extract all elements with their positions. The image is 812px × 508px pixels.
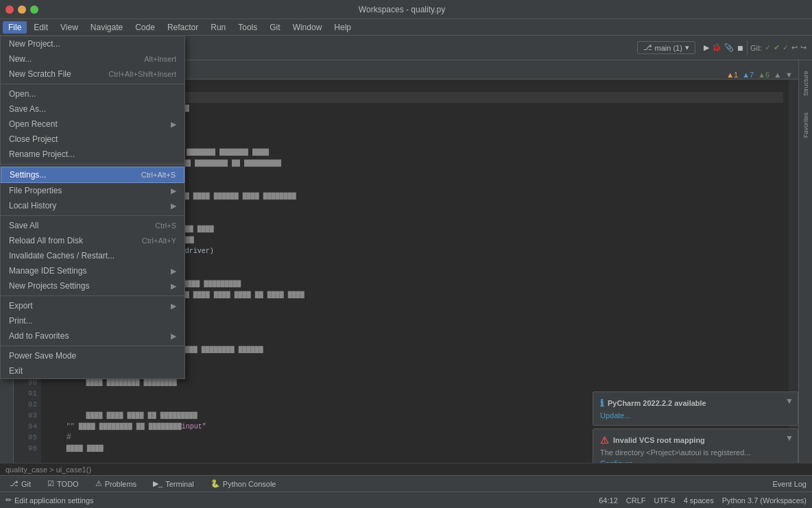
- event-log-label: Event Log: [772, 480, 807, 488]
- attach-icon: 📎: [724, 43, 734, 52]
- notif-vcs-text: The directory <Project>\autoui is regist…: [600, 448, 791, 457]
- problems-tab[interactable]: ⚠ Problems: [91, 476, 141, 492]
- git-label: Git:: [750, 44, 762, 52]
- git-check3: ✓: [783, 43, 789, 52]
- scroll-down-icon[interactable]: ▼: [785, 71, 793, 79]
- menu-new-project[interactable]: New Project...: [1, 36, 184, 51]
- git-icon: ⎇: [10, 479, 19, 488]
- git-undo: ↩: [791, 43, 798, 52]
- terminal-icon: ▶_: [153, 479, 163, 488]
- menu-power-save[interactable]: Power Save Mode: [1, 348, 184, 363]
- edit-settings-status[interactable]: ✏ Edit application settings: [5, 496, 94, 505]
- notif-pycharm-title: ℹ PyCharm 2022.2.2 available: [600, 398, 791, 409]
- menu-code[interactable]: Code: [130, 21, 160, 34]
- notifications-panel: ℹ PyCharm 2022.2.2 available Update... ▼…: [593, 391, 798, 474]
- close-notification-btn[interactable]: ▼: [785, 396, 793, 406]
- update-link[interactable]: Update...: [600, 411, 631, 420]
- separator-4: [1, 295, 184, 296]
- debug-run-icon: 🐞: [712, 43, 721, 52]
- run-icon: ▶: [704, 43, 709, 52]
- menu-add-to-favorites[interactable]: Add to Favorites ▶: [1, 328, 184, 343]
- menu-open[interactable]: Open...: [1, 86, 184, 101]
- menu-manage-ide[interactable]: Manage IDE Settings ▶: [1, 263, 184, 278]
- encoding[interactable]: UTF-8: [654, 496, 676, 505]
- git-tab[interactable]: ⎇ Git: [5, 476, 35, 492]
- title-bar: Workspaces - quality.py: [0, 0, 812, 19]
- menu-navigate[interactable]: Navigate: [85, 21, 128, 34]
- separator-3: [1, 215, 184, 216]
- python-icon: 🐍: [211, 479, 220, 488]
- sidebar-item-favorites[interactable]: Favorites: [800, 104, 812, 145]
- file-menu-dropdown: New Project... New... Alt+Insert New Scr…: [0, 36, 185, 379]
- menu-print[interactable]: Print...: [1, 313, 184, 328]
- separator-5: [1, 346, 184, 346]
- separator-1: [1, 84, 184, 84]
- stop-icon: ⏹: [737, 44, 744, 52]
- todo-tab[interactable]: ☑ TODO: [43, 476, 83, 492]
- close-vcs-notification-btn[interactable]: ▼: [785, 433, 793, 443]
- menu-local-history[interactable]: Local History ▶: [1, 198, 184, 213]
- menu-bar: File Edit View Navigate Code Refactor Ru…: [0, 19, 812, 36]
- menu-close-project[interactable]: Close Project: [1, 132, 184, 147]
- sidebar-item-structure[interactable]: Structure: [800, 63, 812, 104]
- menu-new[interactable]: New... Alt+Insert: [1, 51, 184, 66]
- menu-run[interactable]: Run: [205, 21, 231, 34]
- git-redo: ↪: [800, 43, 807, 52]
- line-ending[interactable]: CRLF: [626, 496, 646, 505]
- menu-view[interactable]: View: [55, 21, 84, 34]
- menu-save-all[interactable]: Save All Ctrl+S: [1, 218, 184, 233]
- menu-save-as[interactable]: Save As...: [1, 101, 184, 117]
- branch-selector[interactable]: ⎇ main (1) ▾: [637, 41, 695, 54]
- menu-rename-project[interactable]: Rename Project...: [1, 147, 184, 162]
- warning-icon: ▲1: [726, 71, 738, 79]
- breadcrumb-text: quality_case > ui_case1(): [5, 465, 91, 474]
- event-log-btn[interactable]: Event Log: [772, 480, 807, 488]
- pencil-icon: ✏: [5, 496, 12, 505]
- branch-name: main (1): [655, 44, 682, 52]
- menu-git[interactable]: Git: [264, 21, 285, 34]
- menu-tools[interactable]: Tools: [232, 21, 263, 34]
- info-icon: ℹ: [600, 398, 604, 409]
- menu-exit[interactable]: Exit: [1, 363, 184, 378]
- problems-icon: ⚠: [95, 479, 102, 488]
- menu-open-recent[interactable]: Open Recent ▶: [1, 117, 184, 132]
- terminal-tab[interactable]: ▶_ Terminal: [149, 476, 198, 492]
- menu-file-properties[interactable]: File Properties ▶: [1, 183, 184, 198]
- menu-new-projects-settings[interactable]: New Projects Settings ▶: [1, 278, 184, 293]
- bottom-toolbar: ⎇ Git ☑ TODO ⚠ Problems ▶_ Terminal 🐍 Py…: [0, 475, 812, 492]
- chevron-down-icon: ▾: [685, 43, 689, 52]
- menu-export[interactable]: Export ▶: [1, 298, 184, 313]
- branch-icon: ⎇: [643, 43, 652, 52]
- menu-help[interactable]: Help: [329, 21, 357, 34]
- hint-icon: ▲6: [758, 71, 769, 79]
- notif-vcs-title: ⚠ Invalid VCS root mapping: [600, 435, 791, 446]
- right-sidebar: Structure Favorites: [798, 60, 812, 475]
- menu-settings[interactable]: Settings... Ctrl+Alt+S: [1, 167, 184, 183]
- menu-new-scratch[interactable]: New Scratch File Ctrl+Alt+Shift+Insert: [1, 66, 184, 82]
- python-version[interactable]: Python 3.7 (Workspaces): [722, 496, 807, 505]
- menu-invalidate-caches[interactable]: Invalidate Caches / Restart...: [1, 248, 184, 263]
- error-icon: ⚠: [600, 435, 609, 446]
- status-bar: ✏ Edit application settings 64:12 CRLF U…: [0, 492, 812, 508]
- indent-setting[interactable]: 4 spaces: [684, 496, 714, 505]
- python-console-tab[interactable]: 🐍 Python Console: [206, 476, 280, 492]
- todo-icon: ☑: [47, 479, 54, 488]
- separator-2: [1, 164, 184, 165]
- git-check2: ✔: [774, 43, 780, 52]
- breadcrumb: quality_case > ui_case1(): [0, 463, 812, 475]
- notification-pycharm-update: ℹ PyCharm 2022.2.2 available Update... ▼: [593, 391, 798, 426]
- cursor-position[interactable]: 64:12: [599, 496, 618, 505]
- window-title: Workspaces - quality.py: [38, 5, 765, 14]
- git-check1: ✓: [765, 43, 771, 52]
- status-right: 64:12 CRLF UTF-8 4 spaces Python 3.7 (Wo…: [599, 496, 807, 505]
- menu-reload[interactable]: Reload All from Disk Ctrl+Alt+Y: [1, 233, 184, 248]
- info-icon: ▲7: [742, 71, 754, 79]
- menu-file[interactable]: File: [3, 21, 27, 34]
- menu-window[interactable]: Window: [287, 21, 328, 34]
- menu-refactor[interactable]: Refactor: [162, 21, 204, 34]
- menu-edit[interactable]: Edit: [28, 21, 53, 34]
- scroll-up-icon[interactable]: ▲: [774, 71, 781, 79]
